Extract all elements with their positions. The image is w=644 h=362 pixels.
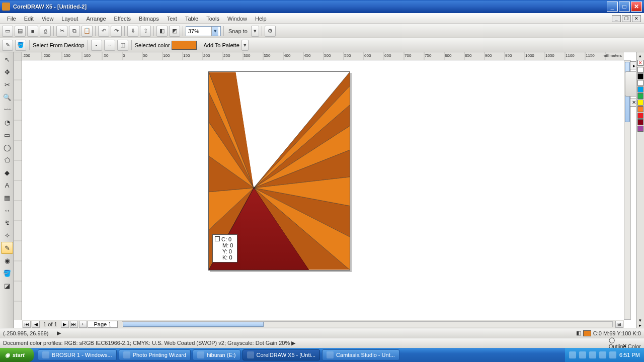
palette-swatch[interactable] [637, 93, 643, 99]
taskbar-item[interactable]: BROSUR 1 - Windows... [38, 349, 117, 360]
menu-bitmaps[interactable]: Bitmaps [135, 15, 163, 23]
taskbar-item[interactable]: Photo Printing Wizard [119, 349, 191, 360]
connector-tool[interactable]: ↯ [1, 217, 13, 229]
menu-effects[interactable]: Effects [110, 15, 135, 23]
chevron-down-icon[interactable]: ▾ [211, 27, 218, 36]
menu-tools[interactable]: Tools [202, 15, 223, 23]
start-button[interactable]: ◉start [0, 348, 34, 362]
eyedropper-icon[interactable]: ✎ [2, 40, 13, 51]
page-add-button[interactable]: + [79, 321, 87, 328]
tray-icon[interactable] [579, 351, 586, 358]
menu-arrange[interactable]: Arrange [82, 15, 110, 23]
ruler-origin[interactable] [14, 52, 22, 60]
taskbar-item[interactable]: Camtasia Studio - Unt... [322, 349, 399, 360]
horizontal-ruler[interactable]: -250-200-150-100-50050100150200250300350… [22, 52, 624, 60]
redo-button[interactable]: ↷ [111, 26, 122, 37]
tray-clock[interactable]: 6:51 PM [619, 352, 640, 358]
page-next-button[interactable]: ▶ [61, 321, 69, 328]
palette-swatch[interactable] [637, 86, 643, 93]
taskbar-item[interactable]: CorelDRAW X5 - [Unti... [243, 349, 320, 360]
palette-swatch[interactable] [637, 100, 643, 106]
tray-icon[interactable] [569, 351, 576, 358]
add-to-palette-button[interactable]: Add To Palette [203, 42, 239, 48]
table-tool[interactable]: ▦ [1, 192, 13, 204]
app-launcher-button[interactable]: ◧ [156, 26, 168, 37]
palette-none[interactable]: × [637, 60, 643, 66]
basic-shapes-tool[interactable]: ◆ [1, 166, 13, 178]
snap-to-dropdown[interactable]: ▾ [251, 26, 259, 37]
eyedropper-tool[interactable]: ✎ [1, 242, 13, 254]
page-prev-button[interactable]: ◀ [32, 321, 40, 328]
palette-scroll-up[interactable]: ▴ [639, 53, 641, 59]
menu-window[interactable]: Window [223, 15, 251, 23]
menu-help[interactable]: Help [251, 15, 271, 23]
menu-view[interactable]: View [38, 15, 58, 23]
selected-color-swatch[interactable] [172, 41, 197, 50]
close-button[interactable]: ✕ [631, 2, 642, 12]
zoom-tool[interactable]: 🔍 [1, 91, 13, 103]
add-to-palette-dropdown[interactable]: ▾ [242, 40, 249, 51]
page-first-button[interactable]: ⏮ [23, 321, 31, 328]
paste-button[interactable]: 📋 [82, 26, 93, 37]
page-last-button[interactable]: ⏭ [70, 321, 78, 328]
pick-tool[interactable]: ↖ [1, 53, 13, 65]
shape-tool[interactable]: ✥ [1, 66, 13, 78]
undo-button[interactable]: ↶ [98, 26, 109, 37]
taskbar-item[interactable]: hiburan (E:) [193, 349, 240, 360]
palette-swatch[interactable] [637, 113, 643, 119]
palette-swatch[interactable] [637, 80, 643, 86]
palette-swatch[interactable] [637, 126, 643, 132]
fill-swatch[interactable] [583, 330, 591, 336]
tray-icon[interactable] [589, 351, 596, 358]
outline-tool[interactable]: ◉ [1, 254, 13, 266]
palette-swatch[interactable] [637, 106, 643, 112]
cut-button[interactable]: ✂ [56, 26, 67, 37]
ellipse-tool[interactable]: ◯ [1, 141, 13, 153]
tray-icon[interactable] [609, 351, 616, 358]
vertical-ruler[interactable] [14, 60, 22, 320]
h-scrollbar-thumb[interactable] [123, 322, 264, 327]
doc-minimize-button[interactable]: _ [612, 15, 621, 22]
palette-scroll-down[interactable]: ▾ [639, 318, 641, 323]
paintbucket-icon[interactable]: 🪣 [15, 40, 26, 51]
welcome-button[interactable]: ◩ [169, 26, 180, 37]
dimension-tool[interactable]: ↔ [1, 204, 13, 216]
rectangle-tool[interactable]: ▭ [1, 129, 13, 141]
interactive-tool[interactable]: ✧ [1, 229, 13, 241]
doc-close-button[interactable]: ✕ [632, 15, 641, 22]
menu-edit[interactable]: Edit [20, 15, 38, 23]
canvas[interactable]: C: 0 M: 0 Y: 0 K: 0 [22, 60, 624, 320]
options-button[interactable]: ⚙ [265, 26, 276, 37]
palette-swatch[interactable] [637, 119, 643, 125]
export-button[interactable]: ⇧ [140, 26, 151, 37]
zoom-level-combo[interactable]: 37% ▾ [186, 26, 221, 36]
menu-table[interactable]: Table [181, 15, 202, 23]
text-tool[interactable]: A [1, 179, 13, 191]
open-button[interactable]: ▤ [15, 26, 26, 37]
select-from-desktop-button[interactable]: Select From Desktop [33, 42, 85, 48]
menu-text[interactable]: Text [163, 15, 181, 23]
menu-layout[interactable]: Layout [57, 15, 82, 23]
minimize-button[interactable]: _ [607, 2, 618, 12]
freehand-tool[interactable]: 〰 [1, 104, 13, 116]
fill-tool[interactable]: 🪣 [1, 267, 13, 279]
maximize-button[interactable]: □ [619, 2, 630, 12]
save-button[interactable]: ■ [27, 26, 38, 37]
palette-flyout[interactable]: ▸ [639, 323, 641, 328]
interactive-fill-tool[interactable]: ◪ [1, 280, 13, 292]
sample-3x3-button[interactable]: ▫ [104, 40, 115, 51]
doc-restore-button[interactable]: ❐ [622, 15, 631, 22]
sample-1x1-button[interactable]: ▪ [91, 40, 102, 51]
palette-swatch[interactable] [637, 67, 643, 73]
polygon-tool[interactable]: ⬠ [1, 154, 13, 166]
menu-file[interactable]: File [3, 15, 20, 23]
smart-fill-tool[interactable]: ◔ [1, 116, 13, 128]
sample-5x5-button[interactable]: ◫ [117, 40, 128, 51]
new-button[interactable]: ▭ [2, 26, 13, 37]
palette-swatch[interactable] [637, 73, 643, 79]
tray-icon[interactable] [599, 351, 606, 358]
print-button[interactable]: ⎙ [40, 26, 51, 37]
import-button[interactable]: ⇩ [127, 26, 138, 37]
nav-icon[interactable]: ⊞ [615, 321, 623, 328]
page-tab-1[interactable]: Page 1 [88, 321, 118, 328]
